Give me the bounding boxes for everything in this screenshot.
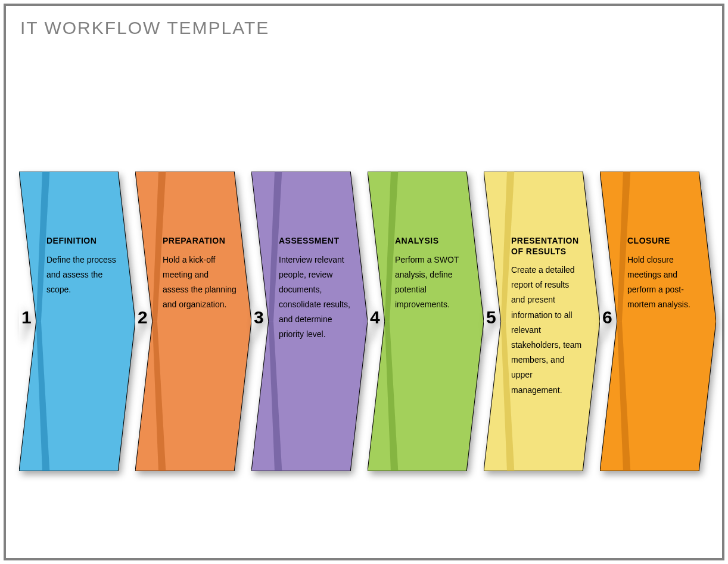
step-number: 5 xyxy=(486,307,496,328)
workflow-step-4: 4 ANALYSIS Perform a SWOT analysis, defi… xyxy=(368,172,484,463)
workflow-step-6: 6 CLOSURE Hold closure meetings and perf… xyxy=(600,172,716,463)
step-number: 4 xyxy=(370,307,380,328)
step-description: Interview relevant people, review docume… xyxy=(279,253,353,342)
step-title: PREPARATION xyxy=(163,236,237,247)
step-number: 2 xyxy=(138,307,148,328)
step-number: 6 xyxy=(602,307,612,328)
chevron-shape xyxy=(135,172,251,471)
step-title: ANALYSIS xyxy=(395,236,469,247)
step-content: CLOSURE Hold closure meetings and perfor… xyxy=(627,236,701,312)
step-content: DEFINITION Define the process and assess… xyxy=(46,236,120,297)
chevron-shape xyxy=(368,172,484,471)
step-description: Define the process and assess the scope. xyxy=(46,253,120,298)
diagram-frame: IT WORKFLOW TEMPLATE 1 DEFINITION Define… xyxy=(4,4,724,560)
step-title: ASSESSMENT xyxy=(279,236,353,247)
workflow-step-2: 2 PREPARATION Hold a kick-off meeting an… xyxy=(135,172,251,463)
step-description: Perform a SWOT analysis, define potentia… xyxy=(395,253,469,313)
workflow-row: 1 DEFINITION Define the process and asse… xyxy=(19,172,716,463)
step-number: 1 xyxy=(21,307,32,328)
step-content: PREPARATION Hold a kick-off meeting and … xyxy=(163,236,237,312)
step-content: ASSESSMENT Interview relevant people, re… xyxy=(279,236,353,342)
chevron-shape xyxy=(19,172,135,471)
step-title: PRESENTATION OF RESULTS xyxy=(511,236,585,257)
step-content: PRESENTATION OF RESULTS Create a detaile… xyxy=(511,236,585,398)
workflow-step-1: 1 DEFINITION Define the process and asse… xyxy=(19,172,135,463)
step-content: ANALYSIS Perform a SWOT analysis, define… xyxy=(395,236,469,312)
workflow-step-5: 5 PRESENTATION OF RESULTS Create a detai… xyxy=(484,172,600,463)
step-number: 3 xyxy=(254,307,264,328)
step-title: CLOSURE xyxy=(627,236,701,247)
workflow-step-3: 3 ASSESSMENT Interview relevant people, … xyxy=(251,172,368,463)
chevron-shape xyxy=(600,172,716,471)
page-title: IT WORKFLOW TEMPLATE xyxy=(20,18,269,38)
step-title: DEFINITION xyxy=(46,236,120,247)
step-description: Hold closure meetings and perform a post… xyxy=(627,253,701,313)
step-description: Hold a kick-off meeting and assess the p… xyxy=(163,253,237,313)
step-description: Create a detailed report of results and … xyxy=(511,263,585,398)
